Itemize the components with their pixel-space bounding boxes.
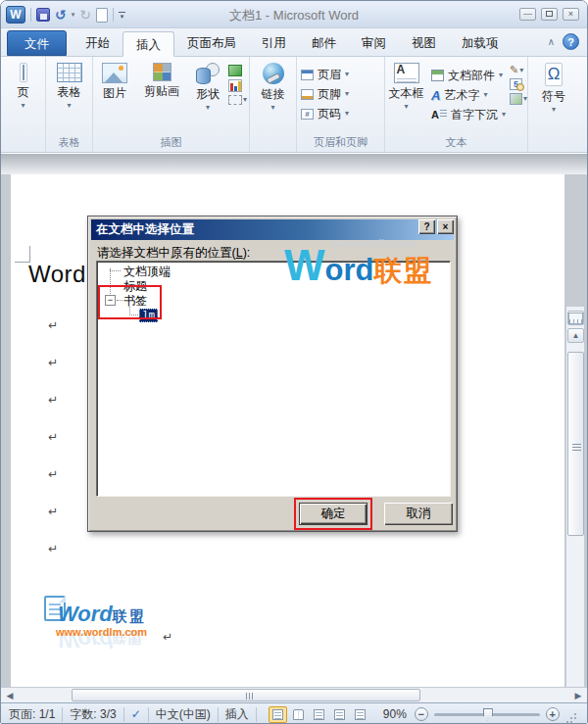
annotation-highlight-ok [294, 498, 372, 530]
outline-view-button[interactable] [330, 706, 349, 723]
dialog-close-button[interactable]: × [437, 219, 454, 234]
zoom-control: − + [415, 707, 560, 721]
tree-connector [110, 270, 121, 271]
link-globe-icon [263, 63, 284, 84]
page-count-indicator[interactable]: 页面: 1/1 [9, 706, 55, 723]
chart-button[interactable] [228, 79, 242, 92]
header-icon [301, 70, 314, 80]
footer-button[interactable]: 页脚▾ [297, 84, 384, 104]
tab-file[interactable]: 文件 [7, 30, 67, 56]
screenshot-icon [228, 95, 242, 105]
paragraph-mark: ↵ [48, 542, 58, 555]
tab-review[interactable]: 审阅 [349, 30, 399, 56]
wordlm-logo-url: www.wordlm.com [56, 626, 147, 638]
insert-mode-indicator[interactable]: 插入 [225, 706, 249, 723]
vertical-scroll-thumb[interactable] [567, 352, 584, 536]
group-label-table: 表格 [46, 135, 92, 150]
page-number-icon: # [301, 109, 314, 120]
tab-page-layout[interactable]: 页面布局 [174, 30, 249, 56]
fullscreen-reading-view-button[interactable] [289, 706, 308, 723]
qat-customize-dropdown-icon[interactable]: ▾ [119, 12, 125, 19]
paragraph-mark: ↵ [163, 630, 172, 644]
signature-line-button[interactable]: ✎▾ [510, 65, 527, 75]
restore-button[interactable] [541, 8, 558, 21]
undo-dropdown-arrow-icon[interactable]: ▾ [72, 11, 75, 19]
word-app-icon[interactable]: W [6, 6, 25, 24]
scroll-left-button[interactable]: ◀ [3, 689, 17, 702]
ribbon-tab-row: 文件 开始 插入 页面布局 引用 邮件 审阅 视图 加载项 [1, 28, 587, 57]
save-icon[interactable] [36, 8, 50, 22]
wordart-icon: A [431, 89, 440, 102]
tab-home[interactable]: 开始 [73, 30, 122, 56]
zoom-slider-track[interactable] [434, 713, 540, 716]
quick-parts-icon [431, 70, 444, 81]
dialog-title-bar[interactable]: 在文档中选择位置 [91, 219, 454, 240]
ribbon-group-symbols: Ω 符号 ▾ [528, 57, 579, 152]
help-button[interactable]: ? [563, 33, 579, 50]
outline-view-icon [334, 709, 345, 720]
wordlm-logo-text: Word联盟 [58, 602, 146, 627]
header-button[interactable]: 页眉▾ [297, 65, 384, 84]
web-layout-icon [314, 709, 324, 720]
signature-pen-icon: ✎ [510, 65, 518, 75]
group-label-text: 文本 [385, 135, 527, 150]
dialog-prompt-label: 请选择文档中原有的位置(L): [97, 245, 250, 262]
language-indicator[interactable]: 中文(中国) [156, 706, 211, 723]
wordart-button[interactable]: A 艺术字▾ [427, 85, 510, 105]
reading-view-icon [293, 709, 304, 720]
scroll-right-button[interactable]: ▶ [571, 689, 585, 702]
print-layout-view-button[interactable] [269, 706, 287, 723]
object-button[interactable]: ▾ [510, 93, 527, 105]
symbol-button[interactable]: Ω 符号 ▾ [528, 61, 579, 113]
vertical-scrollbar[interactable]: ▲ ▼ ▲ ○ ▼ [565, 307, 584, 724]
shapes-icon [195, 63, 220, 84]
ruler-toggle-button[interactable] [567, 311, 584, 325]
word-count-indicator[interactable]: 字数: 3/3 [70, 706, 116, 723]
resize-grip[interactable] [565, 708, 577, 720]
drop-cap-icon: A [431, 110, 447, 121]
new-document-icon[interactable] [96, 8, 108, 23]
zoom-in-button[interactable]: + [546, 707, 560, 721]
cancel-button[interactable]: 取消 [384, 503, 453, 525]
zoom-level-indicator[interactable]: 90% [383, 707, 407, 721]
pages-button[interactable]: 页 ▾ [1, 61, 45, 109]
minimize-button[interactable]: — [519, 8, 536, 21]
tab-mailings[interactable]: 邮件 [299, 30, 349, 56]
zoom-out-button[interactable]: − [415, 707, 428, 721]
dialog-help-button[interactable]: ? [418, 219, 435, 234]
collapse-ribbon-icon[interactable]: ∧ [548, 36, 555, 47]
paragraph-mark: ↵ [48, 467, 58, 481]
spell-check-icon[interactable]: ✓ [131, 707, 141, 721]
web-layout-view-button[interactable] [310, 706, 328, 723]
page-number-button[interactable]: # 页码▾ [297, 104, 384, 123]
group-label-header-footer: 页眉和页脚 [297, 135, 384, 150]
ribbon-group-text: A 文本框 ▾ 文档部件▾ A 艺术字▾ A 首字下沉▾ ✎▾ [385, 57, 528, 152]
annotation-highlight-bookmark [98, 285, 162, 319]
redo-icon[interactable]: ↻ [79, 8, 91, 22]
textbox-icon: A [394, 63, 419, 83]
horizontal-scroll-thumb[interactable] [72, 689, 420, 701]
drop-cap-button[interactable]: A 首字下沉▾ [427, 105, 510, 124]
undo-icon[interactable]: ↺ [55, 8, 67, 22]
tab-addins[interactable]: 加载项 [449, 30, 512, 56]
paragraph-mark: ↵ [48, 505, 58, 518]
draft-view-button[interactable] [351, 706, 369, 723]
zoom-slider-thumb[interactable] [483, 708, 493, 721]
tab-view[interactable]: 视图 [399, 30, 449, 56]
horizontal-scrollbar[interactable]: ◀ ▶ [1, 687, 587, 702]
qat-separator [30, 8, 31, 22]
date-time-button[interactable]: 5 [510, 78, 522, 90]
quick-parts-button[interactable]: 文档部件▾ [427, 66, 510, 85]
quick-access-toolbar: W ↺ ▾ ↻ ▾ [6, 5, 125, 24]
scroll-up-button[interactable]: ▲ [567, 328, 584, 343]
table-button[interactable]: 表格 ▾ [46, 61, 92, 109]
screenshot-button[interactable]: ▾ [228, 95, 247, 105]
tab-insert[interactable]: 插入 [122, 31, 174, 57]
link-button[interactable]: 链接 ▾ [250, 61, 296, 111]
print-layout-icon [272, 709, 283, 720]
tab-references[interactable]: 引用 [249, 30, 299, 56]
smartart-button[interactable] [228, 65, 242, 76]
close-button[interactable]: × [563, 8, 579, 21]
ribbon-group-illustrations: 图片 剪贴画 形状 ▾ ▾ 插图 [93, 57, 250, 152]
draft-view-icon [355, 709, 366, 720]
